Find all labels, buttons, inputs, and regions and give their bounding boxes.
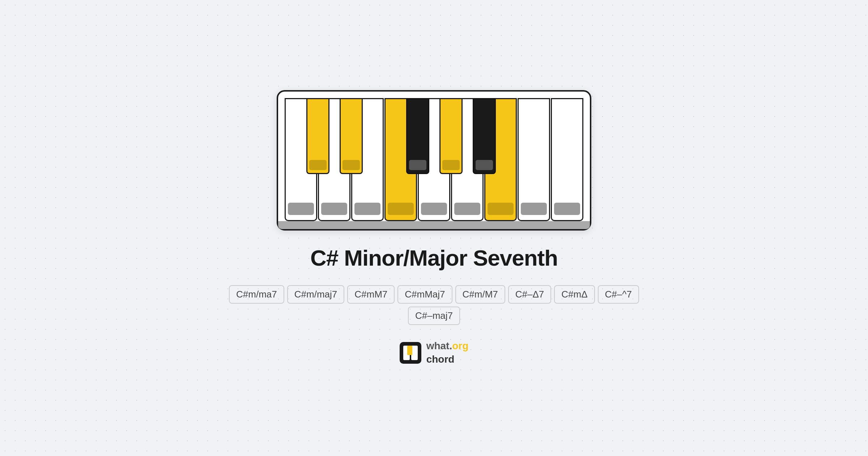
svg-rect-2 [407,346,412,355]
alias-tag[interactable]: C#–^7 [598,285,639,304]
white-key-bottom-C2 [521,203,547,215]
alias-tag[interactable]: C#mΔ [554,285,595,304]
white-key-D2[interactable] [551,98,583,221]
main-container: C# Minor/Major Seventh C#m/ma7C#m/maj7C#… [217,90,651,366]
piano-footer [278,221,590,229]
white-key-A[interactable] [451,98,484,221]
white-key-bottom-G [421,203,447,215]
white-keys [285,98,583,221]
logo-text: what.org chord [426,339,469,366]
logo-org: org [452,340,468,351]
piano [285,98,583,221]
white-key-B[interactable] [484,98,517,221]
white-key-bottom-D2 [554,203,580,215]
alias-tag[interactable]: C#mMaj7 [397,285,452,304]
white-key-bottom-C [288,203,314,215]
alias-tag[interactable]: C#m/maj7 [287,285,344,304]
white-key-bottom-A [454,203,480,215]
logo-what: what.org [426,339,469,352]
aliases-container: C#m/ma7C#m/maj7C#mM7C#mMaj7C#m/M7C#–Δ7C#… [217,285,651,325]
white-key-C[interactable] [285,98,317,221]
chord-title: C# Minor/Major Seventh [310,245,558,271]
piano-wrapper [277,90,591,231]
alias-tag[interactable]: C#mM7 [347,285,395,304]
white-key-C2[interactable] [518,98,550,221]
logo-icon [400,342,421,364]
logo-container: what.org chord [400,339,469,366]
white-key-E[interactable] [351,98,384,221]
white-key-bottom-E [354,203,380,215]
white-key-bottom-B [488,203,514,215]
white-key-F[interactable] [384,98,417,221]
alias-tag[interactable]: C#–maj7 [408,307,460,325]
white-key-G[interactable] [418,98,450,221]
white-key-bottom-F [388,203,414,215]
logo-svg [402,345,419,361]
white-key-D[interactable] [318,98,350,221]
logo-chord: chord [426,353,469,366]
alias-tag[interactable]: C#m/M7 [455,285,505,304]
white-key-bottom-D [321,203,347,215]
alias-tag[interactable]: C#m/ma7 [229,285,284,304]
alias-tag[interactable]: C#–Δ7 [508,285,552,304]
